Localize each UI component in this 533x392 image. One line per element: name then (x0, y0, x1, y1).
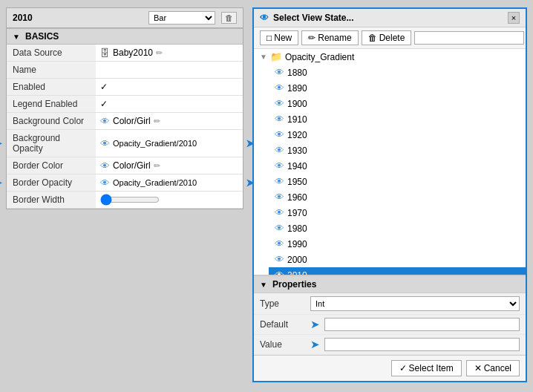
tree-item-label: 1900 (287, 99, 307, 109)
tree-item[interactable]: 👁1920 (269, 127, 526, 143)
tree-item-label: 1920 (287, 130, 307, 140)
bg-opacity-eye-icon: 👁 (100, 138, 110, 149)
tree-item[interactable]: 👁1930 (269, 143, 526, 158)
data-source-text: Baby2010 (113, 48, 153, 58)
border-width-slider[interactable] (100, 194, 160, 206)
select-item-btn[interactable]: ✓ Select Item (391, 360, 462, 376)
border-opacity-label: ➤ Border Opacity (7, 174, 96, 192)
rename-input[interactable] (414, 31, 524, 45)
tree-item-label: 1970 (287, 208, 307, 218)
delete-btn[interactable]: 🗑 Delete (362, 30, 412, 45)
eye-title-icon: 👁 (260, 13, 269, 23)
dialog-title-text: Select View State... (273, 13, 354, 23)
properties-section-header: ▼ Properties (254, 276, 526, 293)
value-field[interactable]: ➤ 100 (310, 338, 520, 351)
legend-enabled-value[interactable]: ✓ (96, 96, 243, 113)
new-btn[interactable]: □ New (260, 30, 298, 45)
border-color-label: Border Color (7, 157, 96, 174)
enabled-check-icon: ✓ (100, 82, 108, 92)
check-footer-icon: ✓ (399, 363, 407, 373)
border-width-label: Border Width (7, 192, 96, 209)
panel-header: 2010 Bar 🗑 (7, 8, 243, 28)
border-color-value[interactable]: 👁 Color/Girl ✏ (96, 157, 243, 174)
tree-area[interactable]: ▼ 📁 Opacity_Gradient 👁1880👁1890👁1900👁191… (254, 49, 526, 275)
border-color-edit-icon[interactable]: ✏ (154, 161, 160, 171)
default-blue-arrow: ➤ (310, 318, 320, 331)
delete-icon: 🗑 (368, 33, 377, 43)
default-input[interactable]: 100 (324, 318, 520, 331)
tree-item-label: 1960 (287, 192, 307, 203)
folder-icon: 📁 (270, 51, 282, 62)
tree-item[interactable]: 👁1900 (269, 96, 526, 111)
name-value[interactable]: 2010 (96, 62, 243, 79)
tree-item[interactable]: 👁1880 (269, 65, 526, 80)
border-opacity-text: Opacity_Gradient/2010 (113, 178, 197, 187)
properties-arrow-icon: ▼ (260, 281, 267, 289)
enabled-label: Enabled (7, 79, 96, 96)
tree-item[interactable]: 👁1990 (269, 236, 526, 252)
tree-eye-icon: 👁 (275, 176, 284, 187)
rename-btn[interactable]: ✏ Rename (301, 30, 358, 45)
delete-panel-btn[interactable]: 🗑 (221, 12, 237, 24)
rename-label: Rename (318, 33, 351, 43)
rename-icon: ✏ (308, 33, 315, 43)
tree-item-label: 2000 (287, 255, 307, 265)
data-source-label: Data Source (7, 45, 96, 62)
bg-color-value[interactable]: 👁 Color/Girl ✏ (96, 113, 243, 130)
bg-color-text: Color/Girl (113, 116, 151, 126)
tree-item[interactable]: 👁1910 (269, 111, 526, 127)
tree-item[interactable]: 👁1980 (269, 220, 526, 236)
tree-eye-icon: 👁 (275, 160, 284, 172)
border-width-value[interactable] (96, 192, 243, 209)
border-opacity-value[interactable]: 👁 Opacity_Gradient/2010 ➤ (96, 174, 243, 192)
enabled-value[interactable]: ✓ (96, 79, 243, 96)
dialog-footer: ✓ Select Item ✕ Cancel (254, 355, 526, 381)
tree-eye-icon: 👁 (275, 192, 284, 203)
border-color-text: Color/Girl (113, 160, 151, 171)
expand-icon: ▼ (260, 53, 267, 61)
tree-item-label: 1990 (287, 239, 307, 249)
section-arrow-icon: ▼ (13, 33, 20, 41)
tree-item[interactable]: 👁2000 (269, 252, 526, 267)
tree-item[interactable]: 👁1970 (269, 205, 526, 220)
default-value[interactable]: ➤ 100 (310, 318, 520, 331)
type-select[interactable]: Int Float String Boolean (310, 296, 520, 311)
dialog-title: 👁 Select View State... (260, 13, 354, 23)
tree-items-container: 👁1880👁1890👁1900👁1910👁1920👁1930👁1940👁1950… (254, 65, 526, 275)
cancel-btn[interactable]: ✕ Cancel (466, 360, 520, 376)
border-opacity-arrow-indicator: ➤ (0, 177, 2, 189)
delete-label: Delete (379, 33, 405, 43)
value-input[interactable]: 100 (324, 338, 520, 351)
edit-icon[interactable]: ✏ (156, 48, 163, 58)
panel-title: 2010 (13, 13, 143, 23)
tree-eye-icon: 👁 (275, 145, 284, 156)
tree-item[interactable]: 👁1960 (269, 189, 526, 205)
bg-color-eye-icon: 👁 (100, 116, 110, 127)
border-opacity-eye-icon: 👁 (100, 177, 110, 189)
tree-item-label: 1940 (287, 161, 307, 172)
chart-type-select[interactable]: Bar (148, 11, 215, 24)
bg-opacity-value[interactable]: 👁 Opacity_Gradient/2010 ➤ (96, 130, 243, 157)
dialog-close-btn[interactable]: × (508, 12, 520, 24)
value-label: Value (260, 339, 304, 350)
cancel-icon: ✕ (474, 363, 482, 373)
new-label: New (274, 33, 292, 43)
name-input[interactable]: 2010 (100, 65, 238, 75)
data-source-value[interactable]: 🗄 Baby2010 ✏ (96, 45, 243, 62)
default-label: Default (260, 319, 304, 330)
tree-item-label: 1980 (287, 223, 307, 234)
tree-item[interactable]: 👁2010 (269, 267, 526, 275)
tree-item[interactable]: 👁1890 (269, 80, 526, 96)
bg-color-label: Background Color (7, 113, 96, 130)
bg-color-edit-icon[interactable]: ✏ (154, 117, 160, 126)
tree-eye-icon: 👁 (275, 67, 284, 78)
database-icon: 🗄 (100, 48, 110, 59)
tree-item-label: 2010 (287, 270, 307, 276)
tree-item-label: 1910 (287, 114, 307, 125)
tree-item[interactable]: 👁1950 (269, 174, 526, 189)
type-value[interactable]: Int Float String Boolean (310, 296, 520, 311)
tree-root-folder[interactable]: ▼ 📁 Opacity_Gradient (254, 49, 526, 65)
tree-item[interactable]: 👁1940 (269, 158, 526, 174)
cancel-label: Cancel (484, 363, 511, 373)
legend-enabled-label: Legend Enabled (7, 96, 96, 113)
